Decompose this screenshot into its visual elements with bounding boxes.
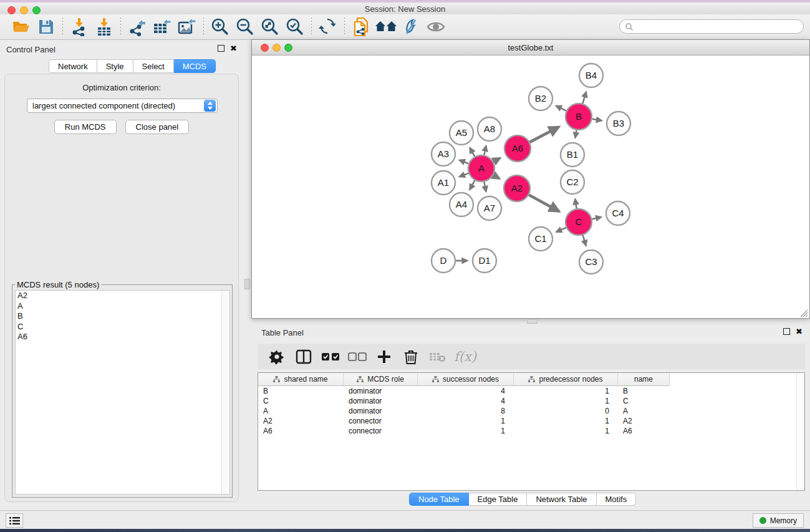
network-graph[interactable]: B4B2BB3A8A5A6A3B1AA1C2A2A4A7C4CC1C3DD1 (253, 56, 809, 318)
graph-node-A8[interactable]: A8 (478, 117, 501, 141)
graph-node-C[interactable]: C (566, 209, 592, 235)
graph-node-B2[interactable]: B2 (529, 87, 552, 110)
tab-mcds[interactable]: MCDS (174, 59, 216, 73)
mcds-result-list[interactable]: A2ABCA6 (15, 290, 230, 495)
table-cell[interactable]: 4 (418, 386, 514, 396)
table-cell[interactable]: dominator (344, 386, 418, 396)
table-cell[interactable]: A6 (618, 426, 670, 436)
zoom-fit-icon[interactable] (258, 16, 282, 37)
mcds-result-item[interactable]: A6 (16, 332, 229, 342)
search-input[interactable] (634, 21, 803, 32)
table-row[interactable]: Bdominator41B (258, 386, 670, 396)
deselect-all-checkboxes-icon[interactable] (347, 346, 368, 367)
delete-table-icon[interactable] (427, 346, 448, 367)
network-window-titlebar[interactable]: testGlobe.txt (252, 40, 809, 56)
export-network-icon[interactable] (125, 16, 150, 37)
close-panel-button[interactable]: Close panel (125, 120, 190, 134)
graph-node-A[interactable]: A (468, 155, 494, 181)
table-tab-node-table[interactable]: Node Table (409, 493, 469, 506)
table-cell[interactable]: 0 (514, 406, 618, 416)
app-titlebar[interactable]: Session: New Session (0, 2, 810, 14)
network-view-window[interactable]: testGlobe.txt B4B2BB3A8A5A6A3B1AA1C2A2A4… (251, 39, 810, 319)
table-cell[interactable]: A6 (258, 426, 344, 436)
table-cell[interactable]: connector (344, 426, 418, 436)
import-network-icon[interactable] (67, 16, 92, 37)
style-disabled-icon[interactable] (398, 16, 423, 37)
graph-node-B4[interactable]: B4 (579, 64, 603, 87)
horizontal-splitter-handle[interactable] (527, 319, 538, 324)
graph-node-C1[interactable]: C1 (529, 227, 552, 251)
criterion-dropdown[interactable]: largest connected component (directed) (27, 99, 218, 113)
mcds-result-item[interactable]: B (16, 311, 229, 322)
delete-column-icon[interactable] (400, 346, 422, 367)
table-cell[interactable]: dominator (344, 396, 418, 406)
table-row[interactable]: Adominator80A (258, 406, 670, 416)
run-mcds-button[interactable]: Run MCDS (54, 120, 117, 134)
mcds-result-item[interactable]: A2 (16, 291, 229, 301)
task-history-button[interactable] (6, 513, 23, 528)
close-table-panel-icon[interactable]: ✖ (796, 327, 803, 336)
graph-node-A2[interactable]: A2 (504, 175, 530, 201)
add-column-icon[interactable] (374, 346, 395, 367)
show-columns-icon[interactable] (293, 346, 314, 367)
table-row[interactable]: A2connector11A2 (258, 416, 670, 426)
table-cell[interactable]: 1 (418, 426, 514, 436)
table-cell[interactable]: 4 (418, 396, 514, 406)
graph-node-C3[interactable]: C3 (579, 250, 603, 274)
function-builder-icon[interactable]: f(x) (454, 346, 476, 367)
table-cell[interactable]: 1 (514, 426, 618, 436)
export-table-icon[interactable] (150, 16, 175, 37)
graph-node-A6[interactable]: A6 (504, 135, 531, 162)
mcds-result-item[interactable]: C (16, 322, 229, 332)
column-header-MCDS-role[interactable]: MCDS role (344, 373, 418, 386)
table-tab-motifs[interactable]: Motifs (597, 493, 637, 506)
graph-node-A3[interactable]: A3 (432, 142, 455, 166)
save-session-icon[interactable] (34, 16, 59, 37)
select-all-checkboxes-icon[interactable] (320, 346, 341, 367)
zoom-selected-icon[interactable] (282, 16, 307, 37)
table-cell[interactable]: connector (344, 416, 418, 426)
table-cell[interactable]: A (618, 406, 670, 416)
table-cell[interactable]: A2 (618, 416, 670, 426)
eye-icon[interactable] (423, 16, 448, 37)
settings-gear-icon[interactable] (266, 346, 287, 367)
table-cell[interactable]: 1 (514, 386, 618, 396)
column-header-name[interactable]: name (618, 373, 670, 386)
tab-select[interactable]: Select (133, 59, 174, 73)
float-table-panel-icon[interactable] (783, 328, 790, 335)
home-networks-icon[interactable] (374, 16, 398, 37)
close-panel-icon[interactable]: ✖ (230, 44, 237, 52)
table-cell[interactable]: dominator (344, 406, 418, 416)
zoom-in-icon[interactable] (208, 16, 233, 37)
table-cell[interactable]: C (618, 396, 670, 406)
table-cell[interactable]: 1 (514, 396, 618, 406)
column-header-predecessor-nodes[interactable]: predecessor nodes (514, 373, 618, 386)
column-header-successor-nodes[interactable]: successor nodes (418, 373, 514, 386)
memory-button[interactable]: Memory (753, 513, 804, 528)
table-cell[interactable]: A2 (258, 416, 344, 426)
tab-style[interactable]: Style (97, 59, 133, 73)
table-scrollbar-track[interactable] (796, 373, 804, 490)
export-image-icon[interactable] (175, 16, 200, 37)
table-tab-edge-table[interactable]: Edge Table (469, 493, 528, 506)
table-cell[interactable]: C (258, 396, 344, 406)
graph-node-C2[interactable]: C2 (561, 170, 584, 194)
search-field[interactable] (619, 19, 804, 34)
table-cell[interactable]: 1 (418, 416, 514, 426)
graph-node-B3[interactable]: B3 (607, 112, 630, 135)
graph-node-A5[interactable]: A5 (450, 121, 473, 145)
table-tab-network-table[interactable]: Network Table (527, 493, 596, 506)
table-row[interactable]: A6connector11A6 (258, 426, 670, 436)
table-cell[interactable]: 8 (418, 406, 514, 416)
graph-node-D[interactable]: D (432, 249, 455, 273)
resize-grip-icon[interactable] (800, 309, 809, 317)
mcds-result-item[interactable]: A (16, 301, 229, 312)
graph-node-D1[interactable]: D1 (473, 249, 496, 273)
graph-node-C4[interactable]: C4 (606, 201, 630, 225)
open-file-icon[interactable] (9, 16, 34, 37)
graph-node-A1[interactable]: A1 (432, 171, 455, 195)
column-header-shared-name[interactable]: shared name (258, 373, 344, 386)
zoom-out-icon[interactable] (233, 16, 258, 37)
import-table-icon[interactable] (92, 16, 117, 37)
network-canvas[interactable]: B4B2BB3A8A5A6A3B1AA1C2A2A4A7C4CC1C3DD1 (253, 56, 809, 318)
